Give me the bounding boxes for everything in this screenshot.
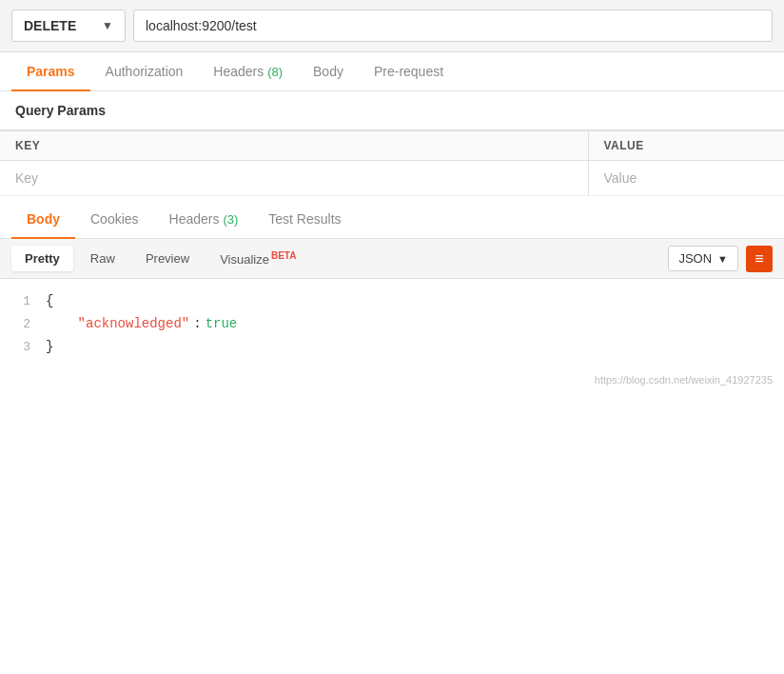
table-row: Key Value — [0, 161, 784, 196]
resp-tab-body[interactable]: Body — [11, 200, 75, 238]
tab-authorization[interactable]: Authorization — [90, 52, 199, 90]
format-tab-pretty[interactable]: Pretty — [11, 246, 73, 271]
method-label: DELETE — [24, 18, 76, 33]
format-tab-visualize[interactable]: VisualizeBETA — [206, 245, 309, 272]
code-line-3: 3 } — [0, 336, 784, 359]
line-num-3: 3 — [8, 337, 46, 358]
key-cell: Key — [0, 161, 588, 196]
line-num-2: 2 — [8, 314, 46, 335]
tab-body[interactable]: Body — [298, 52, 359, 90]
col-value-header: VALUE — [588, 131, 784, 161]
format-bar: Pretty Raw Preview VisualizeBETA JSON ▼ … — [0, 239, 784, 279]
beta-badge: BETA — [271, 250, 296, 261]
tab-params[interactable]: Params — [11, 52, 90, 90]
json-chevron: ▼ — [717, 253, 728, 265]
code-line-2: 2 "acknowledged":true — [0, 313, 784, 336]
format-right: JSON ▼ ≡ — [668, 246, 773, 272]
url-bar: DELETE ▼ — [0, 0, 784, 52]
code-content-1: { — [46, 290, 776, 313]
line-num-1: 1 — [8, 291, 46, 312]
code-content-3: } — [46, 336, 776, 359]
resp-tab-test-results[interactable]: Test Results — [253, 200, 356, 238]
resp-tab-cookies[interactable]: Cookies — [75, 200, 154, 238]
resp-headers-badge: (3) — [223, 212, 238, 227]
resp-tab-headers[interactable]: Headers (3) — [154, 200, 254, 238]
col-key-header: KEY — [0, 131, 588, 161]
wrap-button[interactable]: ≡ — [746, 246, 773, 272]
method-select[interactable]: DELETE ▼ — [11, 10, 126, 42]
format-tabs: Pretty Raw Preview VisualizeBETA — [11, 245, 309, 272]
format-tab-raw[interactable]: Raw — [77, 246, 128, 271]
tab-prerequest[interactable]: Pre-request — [359, 52, 459, 90]
headers-badge: (8) — [267, 65, 283, 79]
json-format-select[interactable]: JSON ▼ — [668, 246, 738, 271]
request-tabs: Params Authorization Headers (8) Body Pr… — [0, 52, 784, 91]
method-chevron: ▼ — [102, 19, 113, 32]
url-input[interactable] — [133, 10, 773, 42]
format-tab-preview[interactable]: Preview — [132, 246, 203, 271]
value-cell: Value — [588, 161, 784, 196]
code-block: 1 { 2 "acknowledged":true 3 } — [0, 279, 784, 369]
watermark: https://blog.csdn.net/weixin_41927235 — [0, 370, 784, 389]
params-table: KEY VALUE Key Value — [0, 130, 784, 196]
query-params-header: Query Params — [0, 91, 784, 130]
code-value: true — [206, 316, 238, 331]
code-key: "acknowledged" — [78, 316, 190, 331]
code-content-2: "acknowledged":true — [46, 313, 776, 336]
response-tabs: Body Cookies Headers (3) Test Results — [0, 200, 784, 239]
tab-headers[interactable]: Headers (8) — [198, 52, 298, 90]
code-line-1: 1 { — [0, 290, 784, 313]
